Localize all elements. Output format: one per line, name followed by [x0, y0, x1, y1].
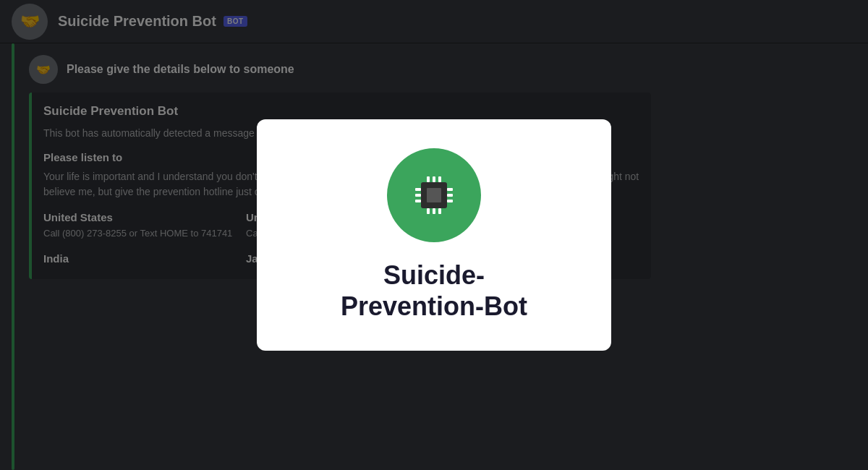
svg-rect-5: [427, 208, 430, 214]
svg-rect-13: [447, 200, 453, 202]
svg-rect-6: [433, 208, 435, 214]
svg-rect-10: [415, 200, 421, 202]
svg-rect-2: [427, 176, 430, 182]
cpu-chip-icon: [405, 166, 463, 224]
modal-title: Suicide- Prevention-Bot: [341, 260, 527, 322]
svg-rect-8: [415, 188, 421, 191]
svg-rect-9: [415, 194, 421, 197]
modal-icon: [387, 148, 481, 242]
svg-rect-11: [447, 188, 453, 191]
svg-rect-7: [438, 208, 441, 214]
modal-dialog: Suicide- Prevention-Bot: [257, 119, 611, 351]
modal-overlay[interactable]: Suicide- Prevention-Bot: [0, 0, 868, 470]
svg-rect-4: [438, 176, 441, 182]
svg-rect-3: [433, 176, 435, 182]
svg-rect-12: [447, 194, 453, 197]
svg-rect-1: [427, 188, 441, 202]
